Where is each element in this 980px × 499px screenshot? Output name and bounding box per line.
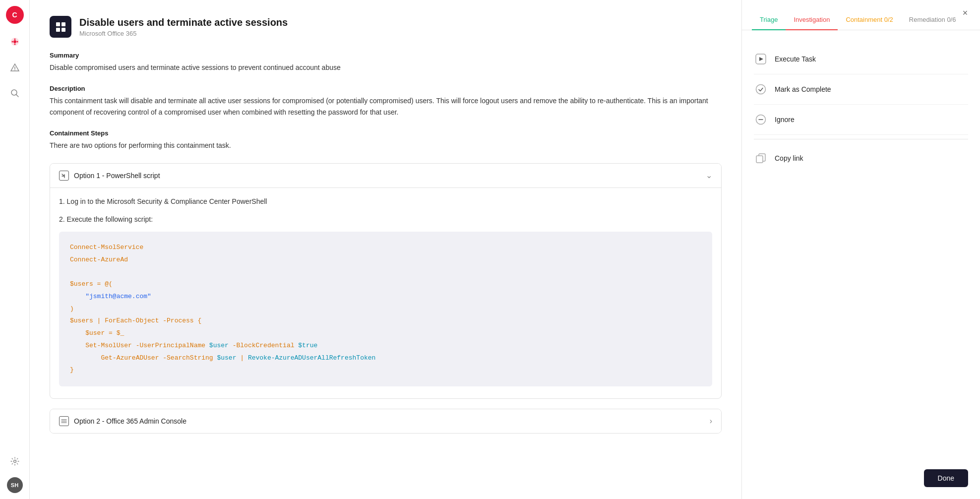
separator — [754, 139, 968, 139]
actions-list: Execute Task Mark as Complete — [742, 30, 980, 187]
containment-label: Containment Steps — [50, 129, 722, 137]
tab-investigation[interactable]: Investigation — [786, 10, 838, 30]
ignore-label: Ignore — [775, 116, 795, 124]
sidebar: C SH — [0, 0, 30, 499]
svg-point-1 — [13, 40, 16, 43]
svg-point-10 — [13, 460, 16, 463]
svg-marker-19 — [759, 57, 763, 61]
tabs-row: Triage Investigation Containment 0/2 Rem… — [742, 10, 980, 30]
option1-body: 1. Log in to the Microsoft Security & Co… — [50, 187, 721, 398]
svg-point-20 — [756, 85, 766, 94]
svg-point-3 — [14, 44, 15, 45]
tab-remediation[interactable]: Remediation 0/6 — [901, 10, 964, 30]
main-container: Disable users and terminate active sessi… — [30, 0, 980, 499]
copy-icon — [754, 151, 768, 165]
option1-label: Option 1 - PowerShell script — [74, 172, 160, 180]
option2-header[interactable]: Option 2 - Office 365 Admin Console › — [50, 409, 721, 433]
tab-containment[interactable]: Containment 0/2 — [838, 10, 901, 30]
summary-label: Summary — [50, 52, 722, 59]
powershell-icon — [59, 171, 69, 181]
option1-step1: 1. Log in to the Microsoft Security & Co… — [59, 196, 712, 207]
check-circle-icon — [754, 82, 768, 96]
content-panel: Disable users and terminate active sessi… — [30, 0, 742, 499]
play-icon — [754, 52, 768, 66]
mark-complete-item[interactable]: Mark as Complete — [754, 74, 968, 105]
description-label: Description — [50, 85, 722, 92]
avatar[interactable]: SH — [7, 477, 23, 493]
ignore-item[interactable]: Ignore — [754, 105, 968, 135]
done-button[interactable]: Done — [924, 469, 968, 487]
warning-icon[interactable] — [7, 60, 23, 75]
description-text: This containment task will disable and t… — [50, 95, 722, 118]
option1-step2: 2. Execute the following script: — [59, 214, 712, 225]
svg-rect-24 — [756, 156, 763, 163]
option1-header[interactable]: Option 1 - PowerShell script ⌄ — [50, 164, 721, 187]
mark-complete-label: Mark as Complete — [775, 85, 831, 93]
execute-task-item[interactable]: Execute Task — [754, 44, 968, 74]
sidebar-bottom: SH — [7, 453, 23, 493]
alerts-icon[interactable] — [7, 34, 23, 50]
copy-link-label: Copy link — [775, 154, 803, 162]
svg-point-2 — [14, 39, 15, 40]
close-button[interactable]: × — [958, 6, 972, 20]
minus-circle-icon — [754, 113, 768, 126]
svg-point-4 — [11, 41, 13, 43]
logo-button[interactable]: C — [6, 6, 24, 24]
code-block: Connect-MsolService Connect-AzureAd $use… — [59, 232, 712, 386]
option2-label: Option 2 - Office 365 Admin Console — [74, 417, 186, 425]
chevron-down-icon: ⌄ — [706, 171, 712, 180]
containment-text: There are two options for performing thi… — [50, 140, 722, 151]
right-panel: × Triage Investigation Containment 0/2 R… — [742, 0, 980, 499]
option2-card: Option 2 - Office 365 Admin Console › — [50, 409, 722, 434]
task-header: Disable users and terminate active sessi… — [50, 16, 722, 38]
svg-line-9 — [16, 95, 18, 97]
copy-link-item[interactable]: Copy link — [754, 143, 968, 173]
svg-point-7 — [14, 69, 15, 70]
task-title-group: Disable users and terminate active sessi… — [79, 16, 288, 37]
chevron-right-icon: › — [710, 417, 712, 426]
svg-point-5 — [16, 41, 18, 43]
search-icon[interactable] — [7, 85, 23, 101]
task-subtitle: Microsoft Office 365 — [79, 30, 288, 37]
option1-card: Option 1 - PowerShell script ⌄ 1. Log in… — [50, 163, 722, 399]
execute-task-label: Execute Task — [775, 55, 816, 63]
summary-text: Disable compromised users and terminate … — [50, 62, 722, 73]
list-icon — [59, 416, 69, 426]
settings-icon[interactable] — [7, 453, 23, 469]
tab-triage[interactable]: Triage — [752, 10, 786, 30]
task-icon — [50, 16, 71, 38]
task-title: Disable users and terminate active sessi… — [79, 16, 288, 29]
